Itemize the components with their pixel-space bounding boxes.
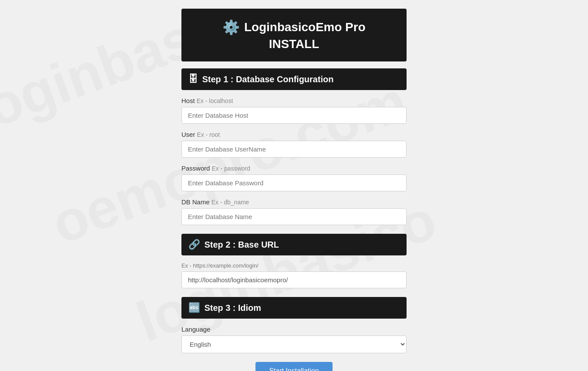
host-label: Host Ex - localhost xyxy=(181,97,407,104)
step2-section: 🔗 Step 2 : Base URL Ex - https://example… xyxy=(181,234,407,288)
main-container: ⚙️ LoginbasicoEmo Pro INSTALL 🗄 Step 1 :… xyxy=(181,9,407,371)
app-name: LoginbasicoEmo Pro xyxy=(244,20,365,34)
user-field-group: User Ex - root xyxy=(181,131,407,158)
user-label: User Ex - root xyxy=(181,131,407,138)
step2-label: Step 2 : Base URL xyxy=(204,240,279,250)
database-icon: 🗄 xyxy=(188,74,198,85)
link-icon: 🔗 xyxy=(188,239,200,250)
step1-header: 🗄 Step 1 : Database Configuration xyxy=(181,68,407,90)
password-hint: Ex - password xyxy=(212,165,250,172)
language-label: Language xyxy=(181,326,407,333)
app-title: ⚙️ LoginbasicoEmo Pro xyxy=(190,19,398,35)
base-url-hint: Ex - https://example.com/login/ xyxy=(181,262,407,269)
language-field-group: Language English Spanish French German P… xyxy=(181,326,407,353)
base-url-input[interactable] xyxy=(181,271,407,288)
submit-container: Start Installation xyxy=(181,362,407,371)
user-input[interactable] xyxy=(181,141,407,158)
dbname-hint: Ex - db_name xyxy=(211,199,249,206)
app-header: ⚙️ LoginbasicoEmo Pro INSTALL xyxy=(181,9,407,61)
user-hint: Ex - root xyxy=(197,131,220,138)
install-button[interactable]: Start Installation xyxy=(255,362,333,371)
step2-header: 🔗 Step 2 : Base URL xyxy=(181,234,407,255)
password-input[interactable] xyxy=(181,174,407,191)
password-label: Password Ex - password xyxy=(181,165,407,172)
host-field-group: Host Ex - localhost xyxy=(181,97,407,124)
dbname-input[interactable] xyxy=(181,208,407,225)
host-input[interactable] xyxy=(181,107,407,124)
step1-section: 🗄 Step 1 : Database Configuration Host E… xyxy=(181,68,407,225)
app-subtitle: INSTALL xyxy=(190,37,398,51)
step3-header: 🔤 Step 3 : Idiom xyxy=(181,297,407,319)
step1-label: Step 1 : Database Configuration xyxy=(202,74,333,84)
host-hint: Ex - localhost xyxy=(197,97,233,104)
password-field-group: Password Ex - password xyxy=(181,165,407,191)
dbname-label: DB Name Ex - db_name xyxy=(181,198,407,206)
gear-icon: ⚙️ xyxy=(223,19,240,35)
step3-label: Step 3 : Idiom xyxy=(204,303,261,313)
step3-section: 🔤 Step 3 : Idiom Language English Spanis… xyxy=(181,297,407,353)
dbname-field-group: DB Name Ex - db_name xyxy=(181,198,407,225)
translate-icon: 🔤 xyxy=(188,302,200,313)
language-select[interactable]: English Spanish French German Portuguese xyxy=(181,336,407,353)
